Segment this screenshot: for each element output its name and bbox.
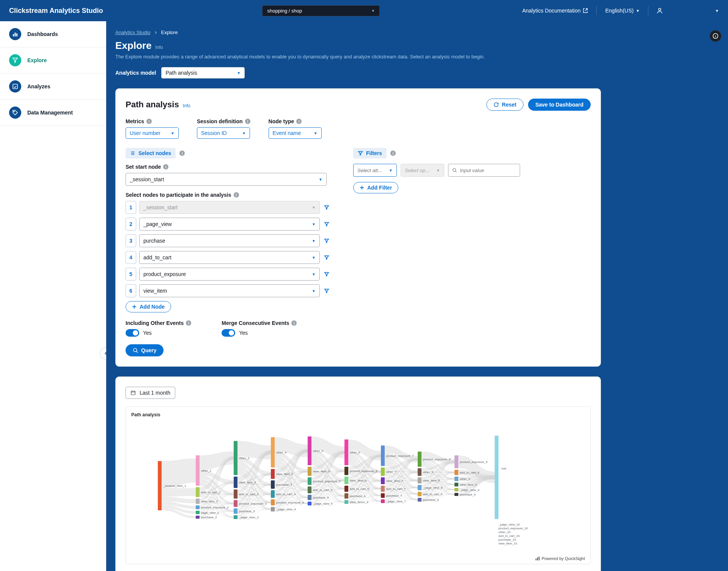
breadcrumb: Analytics Studio Explore (115, 30, 719, 35)
sankey-node (234, 508, 237, 514)
page-title: Explore Info (115, 40, 719, 52)
node-select[interactable]: _page_view ▼ (139, 218, 320, 231)
save-dashboard-button[interactable]: Save to Dashboard (528, 99, 591, 111)
filter-op-select[interactable]: Select op... ▼ (401, 164, 444, 177)
node-filter-button[interactable] (323, 221, 330, 227)
project-selector[interactable]: shopping / shop ▼ (262, 5, 380, 16)
sankey-node (381, 467, 385, 476)
info-icon[interactable]: i (163, 164, 168, 169)
filter-icon (324, 205, 329, 210)
breadcrumb-root[interactable]: Analytics Studio (115, 30, 151, 35)
info-icon[interactable]: i (390, 151, 396, 156)
sankey-label: product_exposure_7 (386, 454, 414, 458)
reset-button[interactable]: Reset (486, 99, 524, 111)
chevron-down-icon: ▼ (312, 222, 316, 226)
sankey-node (344, 477, 348, 484)
sankey-label: purchase_5 (313, 496, 329, 499)
node-select[interactable]: purchase ▼ (139, 234, 320, 247)
sidebar-item-explore[interactable]: Explore (0, 47, 106, 74)
sidebar-item-dashboards[interactable]: Dashboards (0, 21, 106, 47)
node-number: 4 (126, 251, 136, 264)
node-row: 1 _session_start ▼ (126, 201, 330, 214)
node-row: 4 add_to_cart ▼ (126, 251, 330, 264)
sankey-node (308, 495, 311, 500)
sankey-label: view_item_4 (276, 472, 293, 476)
analytics-model-label: Analytics model (115, 70, 156, 76)
node-type-label: Node typei (269, 118, 322, 124)
sankey-node (308, 436, 311, 465)
sankey-label: product_exposure_4 (276, 501, 304, 504)
docs-link[interactable]: Analytics Documentation (522, 8, 588, 14)
sankey-label: view_item_3 (239, 481, 256, 484)
sankey-node (344, 500, 348, 504)
merge-consec-toggle[interactable] (222, 329, 235, 337)
add-node-button[interactable]: Add Node (126, 301, 171, 312)
node-number: 6 (126, 284, 136, 297)
node-select[interactable]: add_to_cart ▼ (139, 251, 320, 264)
sankey-node (381, 486, 385, 492)
info-icon[interactable]: i (296, 119, 302, 124)
node-select[interactable]: view_item ▼ (139, 284, 320, 297)
chevron-down-icon: ▼ (312, 256, 316, 260)
card-title: Path analysis Info (126, 100, 190, 110)
node-filter-button[interactable] (323, 288, 330, 293)
user-menu[interactable] (657, 8, 665, 14)
language-selector[interactable]: English(US) ▼ (605, 8, 640, 14)
sankey-node (234, 441, 237, 475)
info-icon[interactable]: i (245, 119, 250, 124)
node-filter-button[interactable] (323, 238, 330, 243)
node-type-select[interactable]: Event name ▼ (269, 127, 322, 139)
node-number: 3 (126, 234, 136, 247)
sankey-node (418, 485, 421, 490)
info-icon[interactable]: i (234, 192, 239, 198)
external-link-icon (583, 8, 588, 13)
sidebar-item-data-management[interactable]: Data Management (0, 100, 106, 126)
node-row: 3 purchase ▼ (126, 234, 330, 247)
sankey-label: other_6 (350, 451, 360, 454)
chevron-down-icon: ▼ (389, 168, 393, 173)
sankey-end-label: product_exposure_10 (498, 527, 528, 530)
info-icon[interactable]: i (291, 320, 297, 326)
session-def-select[interactable]: Session ID ▼ (197, 127, 250, 139)
info-link[interactable]: Info (183, 103, 190, 108)
viz-card: Last 1 month Path analysis _session_star… (115, 376, 601, 571)
node-select[interactable]: _session_start ▼ (139, 201, 320, 214)
quicksight-icon (535, 556, 540, 561)
info-link[interactable]: Info (155, 45, 163, 50)
divider (596, 6, 597, 15)
include-other-toggle[interactable] (126, 329, 139, 337)
daterange-selector[interactable]: Last 1 month (126, 387, 175, 399)
sankey-label: purchase_8 (423, 498, 439, 502)
info-icon[interactable]: i (146, 119, 152, 124)
sankey-lost-label: lost (502, 467, 506, 470)
sankey-label: _page_view_7 (386, 500, 406, 503)
svg-point-8 (453, 168, 456, 171)
node-filter-button[interactable] (323, 255, 330, 260)
sankey-end-label: other_10 (498, 530, 511, 534)
chevron-down-icon: ▼ (319, 177, 322, 182)
add-filter-button[interactable]: Add Filter (353, 182, 398, 193)
node-select[interactable]: product_exposure ▼ (139, 268, 320, 281)
project-value: shopping / shop (267, 8, 302, 14)
metrics-select[interactable]: User number ▼ (126, 127, 179, 139)
query-button[interactable]: Query (126, 344, 164, 356)
sankey-node (308, 486, 311, 493)
info-icon[interactable]: i (186, 320, 191, 326)
node-filter-button[interactable] (323, 205, 330, 210)
filter-attr-select[interactable]: Select att... ▼ (353, 164, 397, 177)
sankey-node (308, 502, 311, 505)
topbar: Clickstream Analytics Studio shopping / … (0, 0, 728, 21)
svg-rect-11 (537, 557, 538, 560)
info-icon[interactable]: i (179, 151, 185, 156)
sankey-node (454, 470, 458, 475)
filter-value-input[interactable] (448, 164, 520, 177)
analytics-model-select[interactable]: Path analysis ▼ (161, 67, 245, 78)
plus-icon (360, 185, 364, 190)
start-node-select[interactable]: _session_start ▼ (126, 173, 327, 186)
sankey-node (196, 505, 200, 509)
metrics-label: Metricsi (126, 118, 179, 124)
sidebar-item-analyzes[interactable]: Analyzes (0, 74, 106, 100)
node-filter-button[interactable] (323, 271, 330, 277)
chevron-down-icon: ▼ (242, 131, 246, 135)
chevron-down-icon[interactable]: ▼ (715, 9, 719, 13)
